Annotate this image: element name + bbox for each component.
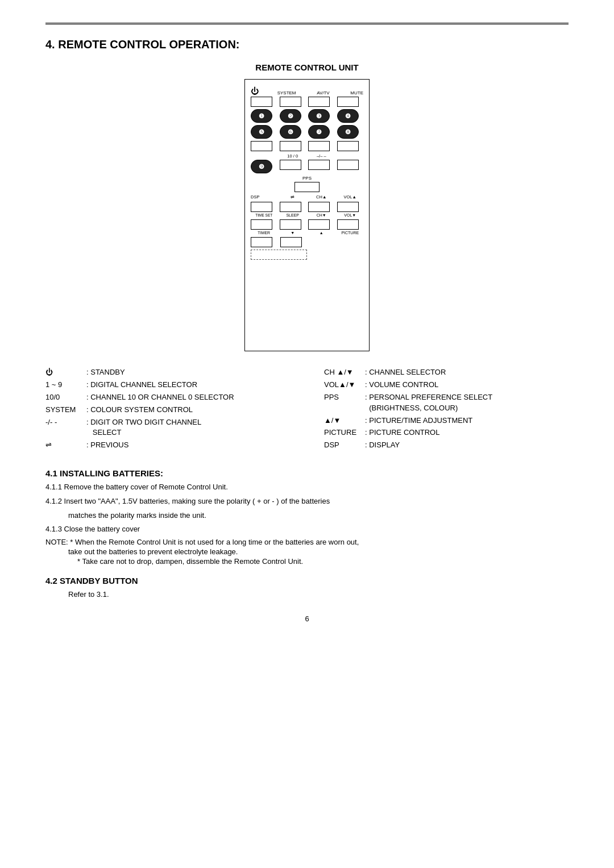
dashdash-symbol: -/- -: [45, 417, 86, 428]
blank-btn-5[interactable]: [337, 160, 359, 170]
swap-button[interactable]: [280, 202, 301, 212]
section-4-1-title: 4.1 INSTALLING BATTERIES:: [45, 468, 569, 478]
pps-row: [251, 182, 363, 192]
ten-zero-button[interactable]: [280, 160, 301, 170]
batteries-item-1: 4.1.1 Remove the battery cover of Remote…: [45, 481, 569, 493]
legend-1to9: 1 ~ 9 : DIGITAL CHANNEL SELECTOR: [45, 380, 290, 391]
dsp-lbl: DSP: [251, 194, 277, 200]
down-button[interactable]: [280, 237, 302, 247]
dotted-area: [251, 250, 307, 260]
ch-selector-desc: : CHANNEL SELECTOR: [365, 367, 446, 378]
timeset-label-row: TIME SET SLEEP CH▼ VOL▼: [251, 213, 363, 217]
legend-vol-control: VOL▲/▼ : VOLUME CONTROL: [324, 380, 569, 391]
section-4-2-title: 4.2 STANDBY BUTTON: [45, 576, 569, 585]
standby-desc: : STANDBY: [86, 367, 125, 378]
page-number: 6: [45, 614, 569, 623]
system-label: SYSTEM: [277, 90, 296, 95]
picture-ctrl-symbol: PICTURE: [324, 427, 365, 438]
previous-desc: : PREVIOUS: [86, 440, 128, 451]
legend-system: SYSTEM : COLOUR SYSTEM CONTROL: [45, 405, 290, 416]
timer-lbl: TIMER: [251, 231, 277, 235]
legend-grid: ⏻ : STANDBY 1 ~ 9 : DIGITAL CHANNEL SELE…: [45, 367, 569, 452]
legend-picture-ctrl: PICTURE : PICTURE CONTROL: [324, 427, 569, 438]
num-7-button[interactable]: ❼: [308, 125, 330, 139]
ch-up-button[interactable]: [308, 202, 330, 212]
section-title: 4. REMOTE CONTROL OPERATION:: [45, 38, 569, 51]
power-button[interactable]: [251, 97, 272, 107]
num-1-button[interactable]: ❶: [251, 109, 272, 123]
ten-zero-label: 10 / 0: [280, 153, 306, 159]
blank-label: [337, 153, 364, 159]
dashdash-button[interactable]: [308, 160, 330, 170]
number-grid: ❶ ❷ ❸ ❹ ❺ ❻ ❼ ❽: [251, 109, 363, 139]
note-1: NOTE: * When the Remote Control Unit is …: [45, 538, 569, 546]
picture-ctrl-desc: : PICTURE CONTROL: [365, 427, 439, 438]
vol-down-button[interactable]: [337, 219, 359, 230]
legend-previous: ⇌ : PREVIOUS: [45, 440, 290, 451]
num-9-button[interactable]: ❾: [251, 160, 272, 173]
batteries-item-3: 4.1.3 Close the battery cover: [45, 524, 569, 535]
remote-spacer: [251, 262, 363, 342]
dashdash-desc: : DIGIT OR TWO DIGIT CHANNEL SELECT: [86, 417, 201, 439]
chdown-lbl: CH▼: [308, 213, 335, 217]
vol-control-symbol: VOL▲/▼: [324, 380, 365, 391]
section-4-2-text: Refer to 3.1.: [68, 589, 569, 601]
sleep-lbl: SLEEP: [280, 213, 306, 217]
voldown-lbl: VOL▼: [337, 213, 364, 217]
blank-btn-2[interactable]: [280, 141, 301, 151]
picture-time-desc: : PICTURE/TIME ADJUSTMENT: [365, 416, 472, 426]
system-symbol: SYSTEM: [45, 405, 86, 416]
10-0-symbol: 10/0: [45, 392, 86, 403]
blank-btn-1[interactable]: [251, 141, 272, 151]
ch-down-button[interactable]: [308, 219, 330, 230]
remote-diagram: ⏻ SYSTEM AV/TV MUTE ❶ ❷ ❸ ❹ ❺ ❻ ❼ ❽: [45, 79, 569, 351]
1to9-symbol: 1 ~ 9: [45, 380, 86, 391]
remote-unit-title: REMOTE CONTROL UNIT: [45, 63, 569, 72]
legend-right-col: CH ▲/▼ : CHANNEL SELECTOR VOL▲/▼ : VOLUM…: [324, 367, 569, 452]
timeset-button[interactable]: [251, 219, 272, 230]
pps-legend-desc: : PERSONAL PREFERENCE SELECT (BRIGHTNESS…: [365, 392, 492, 414]
num-2-button[interactable]: ❷: [280, 109, 301, 123]
num-5-button[interactable]: ❺: [251, 125, 272, 139]
legend-left-col: ⏻ : STANDBY 1 ~ 9 : DIGITAL CHANNEL SELE…: [45, 367, 290, 452]
num9-label: [251, 153, 277, 159]
remote-body: ⏻ SYSTEM AV/TV MUTE ❶ ❷ ❸ ❹ ❺ ❻ ❼ ❽: [244, 79, 370, 351]
picture-lbl: PICTURE: [337, 231, 364, 235]
legend-standby: ⏻ : STANDBY: [45, 367, 290, 378]
power-icon: ⏻: [251, 86, 259, 95]
blank-btn-4[interactable]: [337, 141, 359, 151]
batteries-item-2: 4.1.2 Insert two "AAA", 1.5V batteries, …: [45, 496, 569, 508]
num-6-button[interactable]: ❻: [280, 125, 301, 139]
1to9-desc: : DIGITAL CHANNEL SELECTOR: [86, 380, 197, 391]
swap-lbl: ⇌: [280, 194, 306, 200]
system-desc: : COLOUR SYSTEM CONTROL: [86, 405, 193, 416]
mute-label: MUTE: [350, 90, 363, 95]
picture-time-symbol: ▲/▼: [324, 416, 365, 426]
avtv-label: AV/TV: [317, 90, 330, 95]
pps-legend-symbol: PPS: [324, 392, 365, 403]
down-arrow-lbl: ▼: [280, 231, 306, 235]
pps-label: PPS: [251, 176, 363, 181]
legend-10-0: 10/0 : CHANNEL 10 OR CHANNEL 0 SELECTOR: [45, 392, 290, 403]
vol-up-button[interactable]: [337, 202, 359, 212]
dsp-button[interactable]: [251, 202, 272, 212]
blank-btn-3[interactable]: [308, 141, 330, 151]
timer-button[interactable]: [251, 237, 272, 247]
previous-symbol: ⇌: [45, 440, 86, 451]
num-8-button[interactable]: ❽: [337, 125, 359, 139]
note-3: * Take care not to drop, dampen, dissemb…: [77, 557, 569, 566]
avtv-button[interactable]: [308, 97, 330, 107]
top-border: [45, 23, 569, 24]
num-4-button[interactable]: ❹: [337, 109, 359, 123]
mute-button[interactable]: [337, 97, 359, 107]
vol-control-desc: : VOLUME CONTROL: [365, 380, 438, 391]
system-button[interactable]: [280, 97, 301, 107]
sleep-button[interactable]: [280, 219, 301, 230]
legend-pps: PPS : PERSONAL PREFERENCE SELECT (BRIGHT…: [324, 392, 569, 414]
dsp-legend-symbol: DSP: [324, 440, 365, 451]
num-3-button[interactable]: ❸: [308, 109, 330, 123]
standby-symbol: ⏻: [45, 367, 86, 378]
batteries-item-2b: matches the polarity marks inside the un…: [68, 510, 569, 522]
pps-button[interactable]: [294, 182, 320, 192]
chup-lbl: CH▲: [308, 194, 335, 200]
